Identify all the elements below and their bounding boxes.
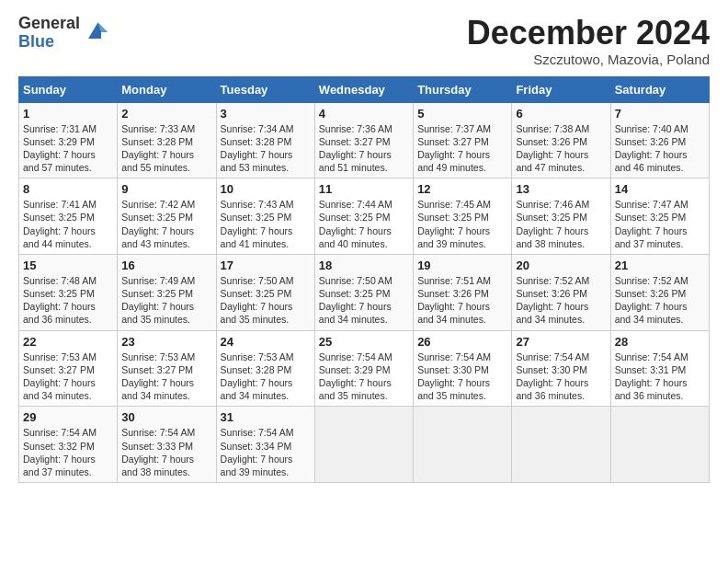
- day-number: 16: [121, 259, 211, 272]
- day-number: 23: [121, 335, 211, 349]
- day-cell: 20Sunrise: 7:52 AMSunset: 3:26 PMDayligh…: [512, 254, 610, 330]
- day-info: Sunrise: 7:36 AMSunset: 3:27 PMDaylight:…: [319, 122, 409, 175]
- week-row-5: 29Sunrise: 7:54 AMSunset: 3:32 PMDayligh…: [19, 407, 710, 483]
- day-number: 11: [319, 182, 409, 196]
- day-cell: 9Sunrise: 7:42 AMSunset: 3:25 PMDaylight…: [118, 178, 216, 255]
- weekday-header-thursday: Thursday: [414, 76, 512, 102]
- day-cell: 26Sunrise: 7:54 AMSunset: 3:30 PMDayligh…: [414, 330, 512, 407]
- day-info: Sunrise: 7:54 AMSunset: 3:29 PMDaylight:…: [319, 350, 409, 403]
- calendar-table: SundayMondayTuesdayWednesdayThursdayFrid…: [18, 76, 710, 483]
- day-number: 2: [121, 107, 211, 121]
- day-cell: 10Sunrise: 7:43 AMSunset: 3:25 PMDayligh…: [216, 178, 314, 255]
- day-info: Sunrise: 7:54 AMSunset: 3:31 PMDaylight:…: [615, 350, 705, 403]
- title-block: December 2024 Szczutowo, Mazovia, Poland: [467, 15, 710, 67]
- day-number: 24: [221, 335, 311, 349]
- weekday-header-wednesday: Wednesday: [314, 76, 413, 102]
- week-row-2: 8Sunrise: 7:41 AMSunset: 3:25 PMDaylight…: [19, 178, 710, 255]
- day-number: 5: [417, 107, 507, 121]
- day-cell: 28Sunrise: 7:54 AMSunset: 3:31 PMDayligh…: [610, 330, 709, 407]
- day-number: 17: [221, 259, 311, 272]
- day-number: 9: [121, 182, 211, 196]
- day-number: 13: [516, 182, 606, 196]
- day-cell: 5Sunrise: 7:37 AMSunset: 3:27 PMDaylight…: [414, 102, 512, 178]
- day-info: Sunrise: 7:37 AMSunset: 3:27 PMDaylight:…: [417, 122, 507, 175]
- day-number: 18: [319, 259, 409, 272]
- day-info: Sunrise: 7:33 AMSunset: 3:28 PMDaylight:…: [121, 122, 211, 175]
- day-info: Sunrise: 7:40 AMSunset: 3:26 PMDaylight:…: [615, 122, 705, 175]
- day-cell: 27Sunrise: 7:54 AMSunset: 3:30 PMDayligh…: [512, 330, 610, 407]
- weekday-header-sunday: Sunday: [19, 76, 118, 102]
- day-info: Sunrise: 7:46 AMSunset: 3:25 PMDaylight:…: [516, 198, 606, 250]
- weekday-header-friday: Friday: [512, 76, 610, 102]
- day-info: Sunrise: 7:41 AMSunset: 3:25 PMDaylight:…: [23, 198, 113, 250]
- day-cell: 7Sunrise: 7:40 AMSunset: 3:26 PMDaylight…: [610, 102, 709, 178]
- day-cell: [610, 407, 709, 483]
- day-number: 4: [319, 107, 409, 121]
- day-number: 19: [417, 259, 507, 272]
- day-cell: [314, 407, 413, 483]
- day-number: 1: [23, 107, 113, 121]
- day-info: Sunrise: 7:43 AMSunset: 3:25 PMDaylight:…: [221, 198, 311, 250]
- day-info: Sunrise: 7:34 AMSunset: 3:28 PMDaylight:…: [221, 122, 311, 175]
- day-number: 25: [319, 335, 409, 349]
- day-info: Sunrise: 7:51 AMSunset: 3:26 PMDaylight:…: [417, 274, 507, 327]
- day-cell: 31Sunrise: 7:54 AMSunset: 3:34 PMDayligh…: [216, 407, 314, 483]
- day-info: Sunrise: 7:53 AMSunset: 3:27 PMDaylight:…: [23, 350, 113, 403]
- day-number: 26: [417, 335, 507, 349]
- day-cell: 3Sunrise: 7:34 AMSunset: 3:28 PMDaylight…: [216, 102, 314, 178]
- logo-blue: Blue: [18, 33, 80, 52]
- day-cell: 25Sunrise: 7:54 AMSunset: 3:29 PMDayligh…: [314, 330, 413, 407]
- day-cell: 1Sunrise: 7:31 AMSunset: 3:29 PMDaylight…: [19, 102, 118, 178]
- day-info: Sunrise: 7:47 AMSunset: 3:25 PMDaylight:…: [615, 198, 705, 250]
- day-number: 29: [23, 410, 113, 424]
- subtitle: Szczutowo, Mazovia, Poland: [467, 52, 710, 67]
- day-cell: 15Sunrise: 7:48 AMSunset: 3:25 PMDayligh…: [19, 254, 118, 330]
- day-info: Sunrise: 7:54 AMSunset: 3:30 PMDaylight:…: [516, 350, 606, 403]
- day-info: Sunrise: 7:52 AMSunset: 3:26 PMDaylight:…: [615, 274, 705, 327]
- day-info: Sunrise: 7:53 AMSunset: 3:28 PMDaylight:…: [221, 350, 311, 403]
- day-info: Sunrise: 7:44 AMSunset: 3:25 PMDaylight:…: [319, 198, 409, 250]
- weekday-header-saturday: Saturday: [610, 76, 709, 102]
- day-cell: 8Sunrise: 7:41 AMSunset: 3:25 PMDaylight…: [19, 178, 118, 255]
- day-info: Sunrise: 7:52 AMSunset: 3:26 PMDaylight:…: [516, 274, 606, 327]
- weekday-header-tuesday: Tuesday: [216, 76, 314, 102]
- logo-general: General: [18, 15, 80, 33]
- day-cell: 17Sunrise: 7:50 AMSunset: 3:25 PMDayligh…: [216, 254, 314, 330]
- day-number: 6: [516, 107, 606, 121]
- day-info: Sunrise: 7:49 AMSunset: 3:25 PMDaylight:…: [121, 274, 211, 327]
- header: General Blue December 2024 Szczutowo, Ma…: [18, 15, 710, 67]
- day-cell: 16Sunrise: 7:49 AMSunset: 3:25 PMDayligh…: [118, 254, 216, 330]
- day-cell: 23Sunrise: 7:53 AMSunset: 3:27 PMDayligh…: [118, 330, 216, 407]
- day-cell: 22Sunrise: 7:53 AMSunset: 3:27 PMDayligh…: [19, 330, 118, 407]
- day-info: Sunrise: 7:50 AMSunset: 3:25 PMDaylight:…: [221, 274, 311, 327]
- day-cell: 14Sunrise: 7:47 AMSunset: 3:25 PMDayligh…: [610, 178, 709, 255]
- day-number: 30: [121, 410, 211, 424]
- day-cell: 18Sunrise: 7:50 AMSunset: 3:25 PMDayligh…: [314, 254, 413, 330]
- day-cell: 11Sunrise: 7:44 AMSunset: 3:25 PMDayligh…: [314, 178, 413, 255]
- day-number: 15: [23, 259, 113, 272]
- day-cell: [414, 407, 512, 483]
- day-info: Sunrise: 7:38 AMSunset: 3:26 PMDaylight:…: [516, 122, 606, 175]
- day-info: Sunrise: 7:54 AMSunset: 3:34 PMDaylight:…: [221, 426, 311, 478]
- day-info: Sunrise: 7:31 AMSunset: 3:29 PMDaylight:…: [23, 122, 113, 175]
- day-number: 31: [221, 410, 311, 424]
- logo-text: General Blue: [18, 15, 80, 52]
- week-row-4: 22Sunrise: 7:53 AMSunset: 3:27 PMDayligh…: [19, 330, 710, 407]
- day-info: Sunrise: 7:53 AMSunset: 3:27 PMDaylight:…: [121, 350, 211, 403]
- day-number: 12: [417, 182, 507, 196]
- day-number: 21: [615, 259, 705, 272]
- day-number: 10: [221, 182, 311, 196]
- week-row-3: 15Sunrise: 7:48 AMSunset: 3:25 PMDayligh…: [19, 254, 710, 330]
- day-cell: 13Sunrise: 7:46 AMSunset: 3:25 PMDayligh…: [512, 178, 610, 255]
- day-info: Sunrise: 7:54 AMSunset: 3:32 PMDaylight:…: [23, 426, 113, 478]
- day-info: Sunrise: 7:48 AMSunset: 3:25 PMDaylight:…: [23, 274, 113, 327]
- day-info: Sunrise: 7:54 AMSunset: 3:30 PMDaylight:…: [417, 350, 507, 403]
- day-number: 28: [615, 335, 705, 349]
- day-info: Sunrise: 7:54 AMSunset: 3:33 PMDaylight:…: [121, 426, 211, 478]
- day-info: Sunrise: 7:50 AMSunset: 3:25 PMDaylight:…: [319, 274, 409, 327]
- logo-icon: [82, 19, 108, 45]
- day-cell: [512, 407, 610, 483]
- day-number: 3: [221, 107, 311, 121]
- day-number: 22: [23, 335, 113, 349]
- day-cell: 4Sunrise: 7:36 AMSunset: 3:27 PMDaylight…: [314, 102, 413, 178]
